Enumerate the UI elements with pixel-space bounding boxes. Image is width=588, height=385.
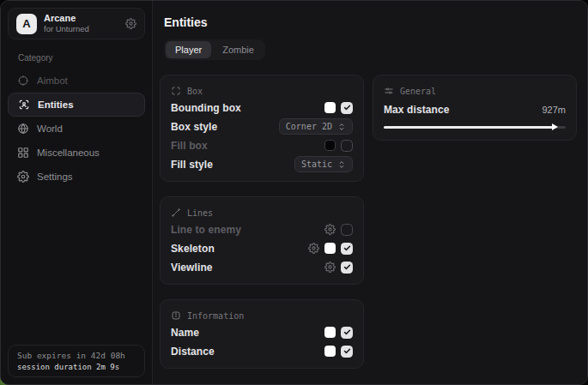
gear-icon[interactable] [308, 243, 319, 254]
setting-row: Box style Corner 2D [171, 117, 353, 135]
entity-tabs: Player Zombie [164, 39, 265, 60]
unfold-icon [337, 123, 346, 131]
arcane-menu-window: A Arcane for Unturned Category Aimbot [0, 0, 588, 385]
setting-row: Viewline [171, 258, 353, 276]
crosshair-icon [17, 75, 29, 87]
gear-icon [17, 171, 29, 183]
brand-card: A Arcane for Unturned [8, 8, 145, 39]
checkbox-unchecked[interactable] [341, 140, 353, 152]
sidebar-item-label: Aimbot [37, 75, 68, 86]
info-icon [171, 310, 181, 321]
sidebar-item-label: Entities [38, 99, 74, 110]
subscription-info: Sub expires in 42d 08h session duration … [8, 345, 145, 377]
checkbox-checked[interactable] [341, 102, 353, 114]
setting-label: Viewline [171, 262, 213, 274]
checkbox-checked[interactable] [341, 262, 353, 274]
brand-subtitle: for Unturned [44, 24, 89, 33]
lines-section-card: Lines Line to enemy Skeleton [160, 196, 364, 285]
max-distance-slider[interactable] [384, 122, 566, 132]
section-title: Information [187, 311, 244, 321]
setting-row: Line to enemy [171, 220, 353, 238]
setting-row: Fill style Static [171, 155, 353, 173]
sidebar-item-miscellaneous[interactable]: Miscellaneous [8, 141, 145, 165]
session-duration-text: session duration 2m 9s [17, 363, 136, 371]
tab-player[interactable]: Player [166, 41, 211, 58]
sidebar-item-label: Settings [37, 171, 73, 182]
setting-row: Name [171, 323, 353, 341]
unfold-icon [337, 160, 346, 169]
page-title: Entities [164, 15, 577, 29]
sub-expiry-text: Sub expires in 42d 08h [17, 351, 136, 360]
brand-name: Arcane [44, 13, 89, 24]
sidebar-item-label: Miscellaneous [37, 147, 100, 158]
max-distance-value: 927m [542, 105, 566, 115]
gear-icon[interactable] [125, 18, 136, 29]
section-title: Box [187, 87, 203, 96]
line-icon [171, 208, 181, 218]
main-panel: Entities Player Zombie Box Bounding box [152, 1, 587, 384]
setting-label: Box style [171, 121, 217, 133]
checkbox-checked[interactable] [341, 346, 353, 358]
sidebar: A Arcane for Unturned Category Aimbot [1, 1, 152, 384]
sidebar-item-settings[interactable]: Settings [8, 165, 145, 189]
fill-style-dropdown[interactable]: Static [294, 156, 353, 172]
brand-logo: A [16, 14, 37, 34]
sidebar-item-label: World [37, 123, 63, 134]
information-section-card: Information Name Distance [160, 299, 364, 369]
color-swatch[interactable] [324, 140, 336, 151]
setting-label: Name [171, 327, 199, 339]
setting-label: Skeleton [171, 243, 215, 255]
general-section-card: General Max distance 927m [373, 75, 577, 141]
globe-icon [17, 123, 29, 135]
sidebar-item-world[interactable]: World [8, 117, 145, 141]
box-style-dropdown[interactable]: Corner 2D [279, 118, 353, 135]
sidebar-item-aimbot[interactable]: Aimbot [8, 69, 145, 93]
sidebar-nav: Aimbot Entities World Miscellaneous [8, 69, 145, 189]
color-swatch[interactable] [324, 243, 336, 254]
tab-zombie[interactable]: Zombie [213, 41, 264, 58]
setting-label: Fill box [171, 140, 208, 152]
setting-row: Bounding box [171, 99, 353, 117]
color-swatch[interactable] [324, 102, 336, 113]
setting-label: Line to enemy [171, 224, 241, 236]
checkbox-checked[interactable] [341, 243, 353, 255]
gear-icon[interactable] [324, 262, 336, 273]
max-distance-label: Max distance [384, 104, 450, 116]
section-title: General [400, 87, 436, 96]
gear-icon[interactable] [324, 224, 336, 235]
setting-row: Fill box [171, 136, 353, 154]
box-corners-icon [171, 86, 181, 96]
category-label: Category [18, 53, 145, 63]
setting-row: Skeleton [171, 239, 353, 257]
setting-label: Distance [171, 346, 215, 358]
sliders-icon [384, 86, 394, 96]
checkbox-unchecked[interactable] [341, 224, 353, 236]
slider-fill [384, 126, 553, 129]
setting-label: Bounding box [171, 102, 241, 114]
sidebar-item-entities[interactable]: Entities [8, 93, 145, 117]
setting-row: Distance [171, 342, 353, 360]
setting-label: Fill style [171, 159, 213, 171]
color-swatch[interactable] [324, 346, 336, 357]
box-section-card: Box Bounding box Box style [160, 75, 364, 182]
section-title: Lines [187, 208, 213, 218]
grid-icon [17, 147, 29, 159]
scan-icon [18, 99, 30, 111]
checkbox-checked[interactable] [341, 327, 353, 339]
color-swatch[interactable] [324, 327, 336, 338]
